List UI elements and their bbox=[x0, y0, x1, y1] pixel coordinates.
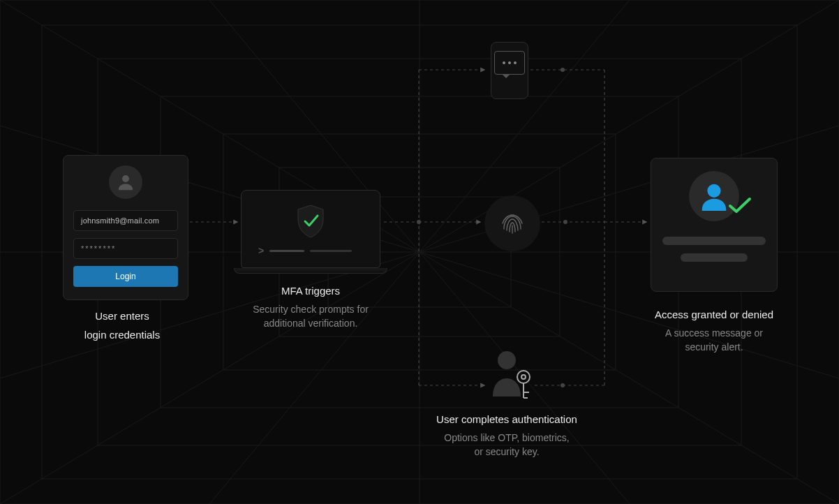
login-button-label: Login bbox=[115, 272, 135, 281]
login-caption: User enters login credentials bbox=[63, 309, 181, 346]
login-caption-line2: login credentials bbox=[63, 327, 181, 342]
svg-point-33 bbox=[498, 351, 516, 369]
otp-message-icon bbox=[494, 51, 525, 75]
svg-point-32 bbox=[122, 175, 129, 182]
auth-caption: User completes authentication Options li… bbox=[395, 412, 618, 459]
mfa-caption: MFA triggers Security check prompts for … bbox=[230, 283, 391, 331]
svg-point-35 bbox=[521, 375, 526, 379]
auth-desc-line1: Options like OTP, biometrics, bbox=[395, 431, 618, 445]
password-mask: ******** bbox=[81, 244, 116, 253]
flow-node-dot bbox=[563, 220, 567, 224]
password-field[interactable]: ******** bbox=[73, 238, 178, 259]
user-avatar-icon bbox=[109, 165, 142, 199]
svg-point-39 bbox=[707, 184, 720, 198]
email-value: johnsmith9@mail.com bbox=[81, 216, 159, 225]
laptop-base bbox=[234, 268, 387, 274]
login-card: johnsmith9@mail.com ******** Login bbox=[63, 155, 188, 300]
mfa-desc-line2: additional verification. bbox=[230, 316, 391, 330]
result-placeholder-line-short bbox=[681, 253, 748, 262]
mfa-laptop: > bbox=[241, 190, 380, 274]
check-icon bbox=[728, 196, 752, 217]
verified-user-icon bbox=[689, 171, 739, 221]
flow-node-dot bbox=[560, 68, 565, 72]
email-field[interactable]: johnsmith9@mail.com bbox=[73, 210, 178, 231]
auth-title: User completes authentication bbox=[395, 412, 618, 427]
mfa-desc-line1: Security check prompts for bbox=[230, 302, 391, 316]
laptop-screen: > bbox=[241, 190, 380, 268]
otp-phone-icon bbox=[491, 42, 528, 99]
security-key-icon bbox=[489, 348, 533, 402]
svg-point-34 bbox=[517, 371, 530, 383]
result-desc-line2: security alert. bbox=[635, 340, 793, 354]
result-placeholder-line bbox=[662, 237, 766, 245]
shield-check-icon bbox=[295, 204, 326, 239]
login-caption-line1: User enters bbox=[63, 309, 181, 323]
mfa-title: MFA triggers bbox=[230, 283, 391, 298]
result-desc-line1: A success message or bbox=[635, 326, 793, 340]
terminal-prompt-icon: > bbox=[258, 247, 363, 254]
fingerprint-icon bbox=[484, 195, 540, 251]
flow-node-dot bbox=[560, 383, 565, 387]
auth-desc-line2: or security key. bbox=[395, 445, 618, 459]
flow-diagram: johnsmith9@mail.com ******** Login User … bbox=[0, 0, 839, 504]
result-card bbox=[651, 158, 778, 292]
flow-node-dot bbox=[417, 220, 421, 224]
result-caption: Access granted or denied A success messa… bbox=[635, 307, 793, 355]
result-title: Access granted or denied bbox=[635, 307, 793, 322]
login-button[interactable]: Login bbox=[73, 266, 178, 287]
